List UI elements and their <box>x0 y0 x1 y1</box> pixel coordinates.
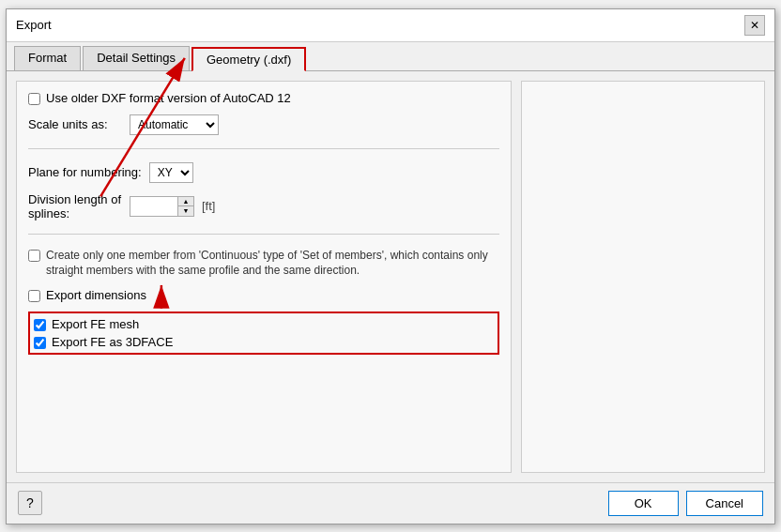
division-length-spinbox[interactable]: 1.64 ▲ ▼ <box>130 196 194 217</box>
export-fe-3dface-label: Export FE as 3DFACE <box>52 335 173 349</box>
scale-units-row: Scale units as: Automatic Millimeters Ce… <box>28 114 499 135</box>
spin-down-button[interactable]: ▼ <box>178 206 193 216</box>
use-older-dxf-label: Use older DXF format version of AutoCAD … <box>46 91 291 105</box>
left-panel: Use older DXF format version of AutoCAD … <box>16 81 512 473</box>
plane-numbering-row: Plane for numbering: XY XZ YZ <box>28 162 499 183</box>
tab-geometry[interactable]: Geometry (.dxf) <box>191 47 306 71</box>
tabs-bar: Format Detail Settings Geometry (.dxf) <box>7 42 774 71</box>
division-length-row: Division length of splines: 1.64 ▲ ▼ [ft… <box>28 192 499 220</box>
dialog-footer: ? OK Cancel <box>7 482 774 524</box>
dialog-body: Use older DXF format version of AutoCAD … <box>7 71 774 482</box>
close-button[interactable]: ✕ <box>744 15 765 36</box>
division-length-label1: Division length of <box>28 192 122 206</box>
scale-units-label: Scale units as: <box>28 117 122 131</box>
help-button[interactable]: ? <box>18 491 42 515</box>
plane-numbering-select[interactable]: XY XZ YZ <box>149 162 193 183</box>
export-dimensions-checkbox[interactable] <box>28 290 40 302</box>
tab-detail-settings[interactable]: Detail Settings <box>83 46 190 70</box>
tab-format[interactable]: Format <box>14 46 81 70</box>
separator-2 <box>28 234 499 235</box>
footer-buttons: OK Cancel <box>608 491 763 516</box>
export-fe-mesh-checkbox[interactable] <box>34 319 46 331</box>
dialog-title: Export <box>16 18 52 32</box>
ok-button[interactable]: OK <box>608 491 679 516</box>
create-one-member-label: Create only one member from 'Continuous'… <box>46 248 499 280</box>
separator-1 <box>28 148 499 149</box>
create-one-member-checkbox[interactable] <box>28 250 40 262</box>
export-fe-mesh-label: Export FE mesh <box>52 317 139 331</box>
division-length-input[interactable]: 1.64 <box>130 197 177 216</box>
create-one-member-row: Create only one member from 'Continuous'… <box>28 248 499 280</box>
use-older-dxf-row: Use older DXF format version of AutoCAD … <box>28 91 499 105</box>
title-bar: Export ✕ <box>7 9 774 42</box>
export-dimensions-row: Export dimensions <box>28 288 499 302</box>
plane-numbering-label: Plane for numbering: <box>28 165 142 179</box>
division-length-unit: [ft] <box>202 199 215 213</box>
export-fe-box: Export FE mesh Export FE as 3DFACE <box>28 312 499 355</box>
export-fe-3dface-checkbox[interactable] <box>34 337 46 349</box>
spinbox-buttons: ▲ ▼ <box>177 197 193 216</box>
right-panel <box>521 81 765 473</box>
export-fe-mesh-row: Export FE mesh <box>34 317 494 331</box>
export-dimensions-label: Export dimensions <box>46 288 146 302</box>
division-length-label2: splines: <box>28 206 122 220</box>
export-fe-3dface-row: Export FE as 3DFACE <box>34 335 494 349</box>
scale-units-select[interactable]: Automatic Millimeters Centimeters Meters… <box>130 114 219 135</box>
spin-up-button[interactable]: ▲ <box>178 197 193 206</box>
cancel-button[interactable]: Cancel <box>686 491 763 516</box>
use-older-dxf-checkbox[interactable] <box>28 93 40 105</box>
